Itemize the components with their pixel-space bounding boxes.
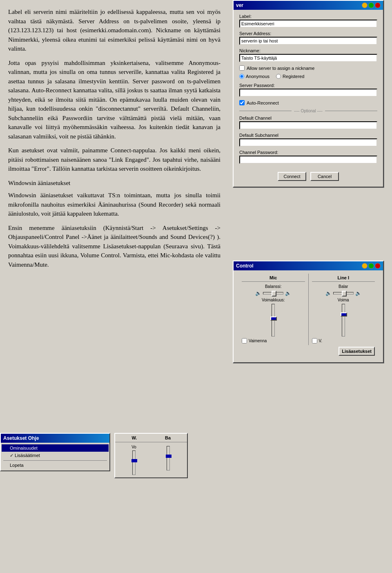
voima-label: Voima — [312, 298, 375, 302]
paragraph-1: Label eli serverin nimi määriteltiin jo … — [8, 7, 220, 54]
auto-reconnect-row: Auto-Reconnect — [239, 100, 377, 105]
partial-header: W. Ba — [115, 434, 187, 442]
server-dialog-titlebar: ver — [234, 1, 383, 10]
sound-dialog-body: Mic Balanssi: 🔈 🔈 Voimakkuus: — [234, 270, 383, 362]
anonymous-radio[interactable] — [239, 74, 244, 79]
label-input[interactable] — [239, 20, 377, 28]
server-password-input[interactable] — [239, 89, 377, 97]
auto-reconnect-checkbox[interactable] — [239, 100, 245, 105]
menu-separator — [3, 460, 107, 461]
partial-body: Vo — [115, 442, 187, 477]
dialog-buttons: Connect Cancel — [239, 172, 377, 181]
maximize-button[interactable] — [368, 2, 374, 8]
line-volume-slider-container — [312, 304, 375, 337]
ominaisuudet-label: Ominaisuudet — [10, 446, 38, 450]
allow-assign-label: Allow server to assign a nickname — [247, 66, 314, 71]
allow-assign-row: Allow server to assign a nickname — [239, 65, 377, 71]
balar-label: Balar — [312, 284, 375, 289]
menu-title: Asetukset Ohje — [3, 435, 39, 441]
anonymous-label: Anonymous — [246, 74, 270, 79]
mic-vaimenna-label: Vaimenna — [249, 339, 267, 343]
menu-item-lisasaatimet[interactable]: ✓ Lisäsäätimet — [2, 452, 109, 459]
line-balance-slider-container: 🔈 🔈 — [312, 290, 375, 296]
mic-volume-slider[interactable] — [272, 304, 275, 337]
sound-close-button[interactable] — [375, 263, 381, 269]
sound-dialog-titlebar: Control — [234, 261, 383, 270]
sound-paragraph-1: Windowsin ääniasetukset vaikuttavat TS:n… — [8, 191, 220, 218]
mic-balance-slider[interactable] — [263, 292, 283, 294]
registered-radio[interactable] — [276, 74, 281, 79]
voimakkuus-label-mic: Voimakkuus: — [242, 298, 305, 302]
line-v-label: V. — [319, 339, 323, 343]
main-content: Label eli serverin nimi määriteltiin jo … — [0, 0, 229, 281]
line-volume-slider[interactable] — [342, 304, 345, 337]
auto-reconnect-label: Auto-Reconnect — [247, 100, 279, 105]
line-in-header: Line I — [312, 275, 375, 282]
partial-thumb-1 — [131, 459, 137, 462]
sound-control-dialog: Control Mic Balanssi: 🔈 🔈 Voimakkuus: — [233, 261, 384, 363]
sound-paragraph-2: Ensin menemme ääniasetuksiin (Käynnistä/… — [8, 223, 220, 270]
sound-maximize-button[interactable] — [368, 263, 374, 269]
sound-titlebar-buttons — [362, 263, 381, 269]
server-address-input[interactable] — [239, 37, 377, 45]
server-dialog-body: Label: Server Address: Nickname: Allow s… — [234, 10, 383, 187]
mic-header: Mic — [242, 275, 305, 282]
anonymous-option[interactable]: Anonymous — [239, 74, 270, 79]
default-channel-input[interactable] — [239, 121, 377, 129]
server-address-label: Server Address: — [239, 31, 377, 36]
partial-col-w: W. — [118, 435, 151, 440]
partial-volume-slider-2[interactable] — [167, 446, 170, 470]
menu-item-lopeta[interactable]: Lopeta — [2, 462, 109, 469]
speaker-right-icon: 🔈 — [285, 290, 291, 296]
speaker-left2-icon: 🔈 — [325, 290, 332, 296]
optional-label: ---- Optional ---- — [294, 109, 322, 113]
menu-dialog: Asetukset Ohje Ominaisuudet ✓ Lisäsäätim… — [0, 433, 110, 471]
partial-col-ba: Ba — [151, 435, 185, 440]
sound-minimize-button[interactable] — [362, 263, 368, 269]
sound-columns: Mic Balanssi: 🔈 🔈 Voimakkuus: — [238, 274, 378, 345]
nickname-input[interactable] — [239, 54, 377, 62]
mic-mute-checkbox[interactable] — [242, 338, 247, 343]
menu-titlebar: Asetukset Ohje — [1, 434, 109, 443]
paragraph-3: Kun asetukset ovat valmiit, painamme Con… — [8, 146, 220, 174]
default-channel-label: Default Channel — [239, 116, 377, 120]
partial-voimakkuus-label: Vo — [118, 445, 150, 449]
line-mute-checkbox[interactable] — [312, 338, 317, 343]
line-balance-thumb — [342, 291, 347, 297]
line-mute-row: V. — [312, 338, 375, 343]
nickname-label: Nickname: — [239, 48, 377, 53]
allow-assign-checkbox[interactable] — [239, 65, 245, 71]
label-field-label: Label: — [239, 14, 377, 19]
registered-option[interactable]: Registered — [276, 74, 304, 79]
mic-volume-thumb — [270, 317, 277, 321]
partial-thumb-2 — [166, 455, 172, 458]
line-volume-thumb — [341, 312, 347, 317]
menu-item-ominaisuudet[interactable]: Ominaisuudet — [2, 444, 109, 452]
menu-body: Ominaisuudet ✓ Lisäsäätimet Lopeta — [1, 443, 109, 470]
connect-button[interactable]: Connect — [278, 172, 306, 181]
channel-password-label: Channel Password: — [239, 150, 377, 155]
partial-sound-col-1: Vo — [117, 444, 151, 476]
lopeta-label: Lopeta — [10, 463, 24, 468]
line-in-column: Line I Balar 🔈 🔈 Voima V. — [309, 274, 379, 345]
line-balance-slider[interactable] — [333, 292, 354, 294]
mic-balance-thumb — [272, 291, 276, 297]
login-type-row: Anonymous Registered — [239, 74, 377, 79]
close-button[interactable] — [375, 2, 381, 8]
lisaasetukset-button[interactable]: Lisäasetukset — [339, 347, 375, 356]
default-subchannel-input[interactable] — [239, 138, 377, 147]
titlebar-buttons — [362, 2, 381, 8]
mic-mute-row: Vaimenna — [242, 338, 305, 343]
bottom-sound-partial: W. Ba Vo — [114, 433, 188, 478]
partial-volume-slider-1[interactable] — [132, 450, 136, 475]
sound-heading: Windowsin ääniasetukset — [8, 178, 220, 188]
speaker-right2-icon: 🔈 — [355, 290, 361, 296]
minimize-button[interactable] — [362, 2, 368, 8]
server-connect-dialog: ver Label: Server Address: Nickname: All… — [233, 0, 384, 187]
channel-password-input[interactable] — [239, 156, 377, 164]
mic-volume-slider-container — [242, 304, 305, 337]
registered-label: Registered — [283, 74, 304, 79]
server-password-label: Server Password: — [239, 83, 377, 88]
sound-footer: Lisäasetukset — [238, 345, 378, 359]
cancel-button[interactable]: Cancel — [310, 172, 339, 181]
